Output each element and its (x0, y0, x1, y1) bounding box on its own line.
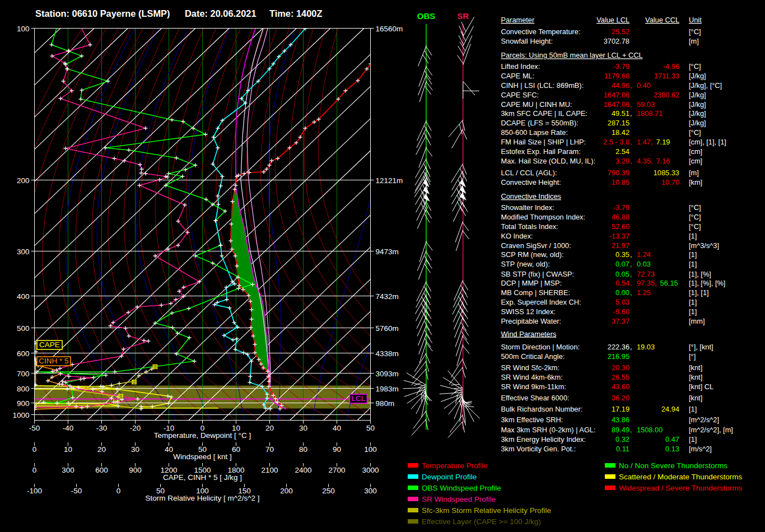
svg-text:LCL / CCL (AGL):: LCL / CCL (AGL): (501, 169, 557, 177)
svg-text:-9.60: -9.60 (613, 307, 629, 316)
svg-text:Parcels: Using 50mB mean layer: Parcels: Using 50mB mean layer LCL + CCL (501, 51, 643, 59)
svg-text:3.29: 3.29 (615, 157, 629, 165)
svg-text:,: , (630, 343, 632, 351)
svg-text:0.13: 0.13 (665, 445, 679, 453)
svg-text:-13.37: -13.37 (609, 232, 629, 240)
svg-text:[J/kg]: [J/kg] (689, 91, 706, 99)
svg-text:Temperature Profile: Temperature Profile (422, 461, 488, 470)
svg-text:44.96: 44.96 (612, 81, 629, 90)
svg-text:OBS: OBS (417, 11, 436, 21)
svg-text:600: 600 (17, 349, 30, 358)
svg-text:Storm Direction | Motion:: Storm Direction | Motion: (501, 343, 580, 351)
svg-text:CAPE, CINH * 5 [ J/kg ]: CAPE, CINH * 5 [ J/kg ] (163, 473, 242, 482)
svg-text:0.35: 0.35 (615, 250, 629, 259)
svg-text:-30: -30 (96, 424, 108, 432)
svg-text:3km Effective SRH:: 3km Effective SRH: (501, 416, 563, 424)
svg-text:1000: 1000 (12, 411, 29, 419)
svg-text:49.51: 49.51 (612, 109, 629, 118)
svg-text:DCP | MMP | MSP:: DCP | MMP | MSP: (501, 279, 562, 287)
svg-text:0.00: 0.00 (615, 288, 629, 297)
svg-text:72.73: 72.73 (637, 270, 655, 278)
svg-text:0: 0 (116, 487, 121, 495)
svg-text:30: 30 (299, 424, 307, 432)
svg-text:0.03: 0.03 (637, 260, 651, 268)
svg-text:,: , (630, 109, 632, 118)
svg-text:DCAPE (LFS = 550mB):: DCAPE (LFS = 550mB): (501, 119, 579, 127)
svg-text:-100: -100 (27, 487, 42, 495)
svg-text:-3.79: -3.79 (613, 62, 629, 71)
svg-text:2: 2 (133, 380, 136, 385)
svg-text:[1]: [1] (689, 260, 697, 268)
svg-text:[J/kg], [°C]: [J/kg], [°C] (689, 81, 722, 90)
svg-text:100: 100 (17, 25, 30, 33)
svg-text:1647.06: 1647.06 (604, 91, 629, 99)
svg-text:CINH | LSI (LCL: 869mB):: CINH | LSI (LCL: 869mB): (501, 81, 584, 90)
svg-text:[1]: [1] (689, 405, 697, 413)
svg-text:30: 30 (131, 445, 139, 454)
svg-text:[cm], [1], [1]: [cm], [1], [1] (689, 138, 726, 146)
svg-text:3km Vorticity Gen. Pot.:: 3km Vorticity Gen. Pot.: (501, 445, 576, 453)
svg-text:Precipitable Water:: Precipitable Water: (501, 317, 562, 325)
svg-text:3702.78: 3702.78 (604, 37, 629, 45)
svg-text:36.20: 36.20 (612, 394, 629, 402)
svg-text:SR Wind Sfc-2km:: SR Wind Sfc-2km: (501, 363, 560, 372)
svg-text:Effective Layer (CAPE >= 100 J: Effective Layer (CAPE >= 100 J/kg) (422, 517, 541, 526)
svg-text:0.05: 0.05 (615, 270, 629, 278)
svg-text:80: 80 (299, 445, 307, 454)
svg-text:2400: 2400 (295, 466, 311, 474)
svg-text:[°]: [°] (689, 352, 696, 361)
svg-text:,: , (630, 426, 632, 434)
svg-text:,: , (630, 157, 632, 165)
svg-text:3093m: 3093m (376, 370, 399, 378)
svg-text:20: 20 (97, 445, 106, 454)
svg-text:40: 40 (165, 445, 173, 454)
svg-text:7.16: 7.16 (656, 157, 670, 165)
svg-text:[km]: [km] (689, 178, 702, 186)
svg-text:Unit: Unit (689, 16, 702, 24)
svg-text:Lifted Index:: Lifted Index: (501, 62, 540, 71)
svg-text:100: 100 (364, 445, 377, 454)
svg-text:70: 70 (265, 445, 274, 454)
svg-text:No / Non Severe Thunderstorms: No / Non Severe Thunderstorms (619, 461, 727, 470)
svg-text:250: 250 (322, 487, 335, 495)
svg-text:300: 300 (17, 248, 30, 256)
svg-text:1508.00: 1508.00 (637, 426, 663, 434)
svg-text:2100: 2100 (261, 466, 278, 474)
svg-text:-20: -20 (130, 424, 141, 432)
svg-text:25.52: 25.52 (612, 27, 629, 36)
svg-text:Wind Parameters: Wind Parameters (501, 330, 557, 338)
svg-text:[knt] CL: [knt] CL (689, 382, 713, 391)
svg-text:Station: 06610 Payerne (LSMP): Station: 06610 Payerne (LSMP) (35, 8, 170, 18)
svg-text:[cm]: [cm] (689, 157, 702, 165)
svg-text:21.97: 21.97 (612, 241, 629, 250)
svg-text:Convective Indices: Convective Indices (501, 192, 561, 200)
svg-text:9473m: 9473m (376, 248, 399, 256)
svg-text:0.11: 0.11 (616, 445, 629, 453)
svg-text:[°C]: [°C] (689, 27, 701, 36)
svg-text:Windspeed [ knt ]: Windspeed [ knt ] (173, 452, 231, 461)
svg-text:[J/kg]: [J/kg] (689, 109, 706, 118)
svg-text:,: , (630, 81, 632, 90)
svg-text:KO Index:: KO Index: (501, 232, 533, 240)
svg-text:1.24: 1.24 (637, 250, 651, 259)
svg-text:[J/kg]: [J/kg] (689, 119, 706, 127)
svg-text:200: 200 (17, 176, 30, 185)
svg-text:SR Wind 4km-6km:: SR Wind 4km-6km: (501, 373, 563, 381)
svg-text:5.03: 5.03 (615, 298, 629, 306)
svg-text:24.94: 24.94 (661, 405, 679, 413)
svg-text:19.03: 19.03 (637, 343, 655, 351)
svg-text:600: 600 (95, 466, 108, 474)
svg-text:[1], [%]: [1], [%] (689, 270, 711, 278)
svg-text:500: 500 (17, 324, 30, 333)
svg-text:1085.33: 1085.33 (654, 169, 679, 177)
svg-text:Max 3km SRH (0-2km) | AGL:: Max 3km SRH (0-2km) | AGL: (501, 426, 596, 434)
svg-text:Snowfall Height:: Snowfall Height: (501, 37, 553, 45)
svg-text:-50: -50 (29, 424, 40, 432)
svg-text:2.54: 2.54 (615, 147, 629, 156)
svg-text:SR: SR (457, 11, 469, 21)
svg-text:60: 60 (232, 445, 240, 454)
svg-text:[m^2/s^2], [m]: [m^2/s^2], [m] (689, 426, 733, 434)
svg-text:[°C]: [°C] (689, 203, 701, 212)
svg-text:Max. Hail Size (OLD, MU, IL):: Max. Hail Size (OLD, MU, IL): (501, 157, 596, 165)
svg-text:[mm]: [mm] (689, 317, 705, 325)
